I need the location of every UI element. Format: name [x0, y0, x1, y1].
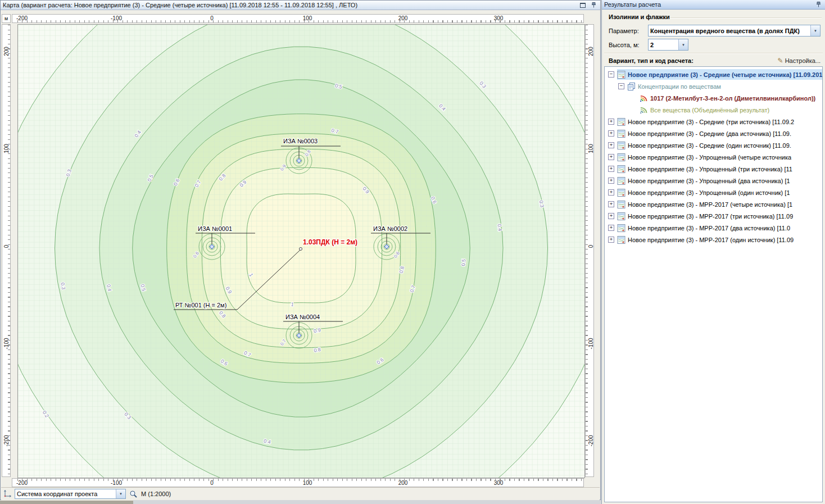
tree-item-content: Новое предприятие (3) - Средние (три ист… [617, 116, 822, 127]
restore-button[interactable] [578, 2, 587, 9]
collapse-icon[interactable]: − [608, 71, 614, 78]
tree-item-content: Новое предприятие (3) - Средние (четыре … [617, 69, 822, 80]
chevron-down-icon: ▼ [810, 25, 820, 36]
collapsed-panel-strip[interactable] [0, 500, 133, 504]
pin-button[interactable] [589, 2, 598, 9]
contour-label: 0.4 [263, 438, 271, 445]
contour-label: 0.5 [460, 259, 466, 266]
expand-icon[interactable]: + [608, 201, 614, 207]
tree-item[interactable]: +Новое предприятие (3) - Средние (один и… [605, 139, 822, 151]
tree-item-label: Новое предприятие (3) - МРР-2017 (два ис… [628, 225, 790, 231]
variant-icon [617, 165, 625, 173]
variant-icon [617, 201, 625, 208]
variant-icon [617, 189, 625, 197]
map-window-title: Карта (вариант расчета: Новое предприяти… [3, 2, 577, 8]
ruler-label: 0 [3, 240, 10, 253]
expand-icon[interactable]: + [608, 119, 614, 125]
height-select[interactable]: 2 ▼ [648, 39, 688, 51]
results-panel-titlebar: Результаты расчета [602, 0, 825, 10]
expand-icon[interactable]: + [608, 225, 614, 231]
tree-item[interactable]: −Концентрации по веществам [605, 80, 822, 92]
coordinate-system-value: Система координат проекта [15, 491, 116, 497]
calc-point-marker[interactable] [300, 248, 302, 251]
ruler-label: -200 [16, 15, 28, 21]
tree-item-label: Все вещества (Объединённый результат) [650, 107, 769, 113]
settings-link[interactable]: ✎ Настройка... [778, 57, 821, 64]
tree-item-content: Новое предприятие (3) - Упрощенный (три … [617, 164, 822, 174]
tree-item-content: Новое предприятие (3) - Средние (один ис… [617, 140, 822, 151]
map-statusbar: Система координат проекта ▼ М (1:2000) [1, 487, 600, 500]
tree-item[interactable]: +Новое предприятие (3) - МРР-2017 (два и… [605, 222, 822, 234]
tree-item[interactable]: −Новое предприятие (3) - Средние (четыре… [605, 69, 822, 80]
tree-item[interactable]: Все вещества (Объединённый результат) [605, 104, 822, 116]
map-window: Карта (вариант расчета: Новое предприяти… [0, 0, 601, 500]
tree-item-label: Новое предприятие (3) - Упрощенный (четы… [628, 154, 791, 161]
tree-item-content: Все вещества (Объединённый результат) [640, 105, 822, 115]
coordinate-system-icon [3, 490, 11, 498]
expand-icon[interactable]: + [608, 237, 614, 243]
ruler-label: 100 [3, 142, 10, 156]
tree-item[interactable]: +Новое предприятие (3) - Упрощенный (три… [605, 163, 822, 175]
ruler-label: 200 [398, 15, 408, 21]
ruler-label: -100 [588, 337, 594, 351]
map-canvas[interactable]: 0.20.30.30.30.30.30.40.40.40.40.40.50.50… [17, 24, 585, 478]
contour-label: 0.4 [496, 224, 502, 231]
tree-item-label: Новое предприятие (3) - МРР-2017 (один и… [628, 237, 794, 243]
tree-item[interactable]: +Новое предприятие (3) - Упрощенный (два… [605, 175, 822, 187]
variant-icon [617, 130, 625, 138]
expand-icon[interactable]: + [608, 189, 614, 196]
ruler-label: -100 [111, 480, 122, 486]
app-root: Карта (вариант расчета: Новое предприяти… [0, 0, 825, 504]
ruler-label: 0 [210, 15, 214, 21]
results-panel-title: Результаты расчета [604, 1, 812, 8]
ruler-top: -200-1000100200300 [12, 14, 584, 23]
ruler-label: 0 [588, 240, 594, 253]
height-row: Высота, м: 2 ▼ [609, 39, 821, 51]
results-panel: Результаты расчета Изолинии и флажки Пар… [601, 0, 825, 504]
tree-item-content: Новое предприятие (3) - МРР-2017 (четыре… [617, 199, 822, 210]
contour-label: 0.3 [60, 282, 66, 290]
tree-item[interactable]: +Новое предприятие (3) - Упрощенный (оди… [605, 187, 822, 198]
ruler-label: 200 [398, 480, 408, 486]
coordinate-system-select[interactable]: Система координат проекта ▼ [15, 489, 126, 499]
max-concentration-label: 1.03ПДК (Н = 2м) [303, 238, 357, 246]
sheets-icon [627, 83, 636, 90]
variant-icon [617, 224, 625, 232]
expand-icon[interactable]: + [608, 178, 614, 184]
expand-icon[interactable]: + [608, 154, 614, 160]
variant-icon [617, 71, 625, 79]
expand-icon[interactable]: + [608, 142, 614, 148]
tree-item-content: 1017 (2-Метилбут-3-ен-2-ол (Диметилвинил… [640, 93, 822, 103]
tree-item-content: Новое предприятие (3) - Упрощенный (два … [617, 175, 822, 186]
tree-item[interactable]: 1017 (2-Метилбут-3-ен-2-ол (Диметилвинил… [605, 92, 822, 104]
source-label: ИЗА №0004 [285, 314, 320, 320]
pin-icon [815, 1, 822, 8]
ruler-label: -100 [111, 15, 122, 21]
tree-item-label: Новое предприятие (3) - Средние (один ис… [628, 142, 791, 149]
tree-item-label: Новое предприятие (3) - Средние (три ист… [628, 119, 794, 125]
variant-icon [617, 236, 625, 244]
pin-button[interactable] [814, 1, 823, 8]
pencil-icon: ✎ [778, 58, 783, 63]
tree-item[interactable]: +Новое предприятие (3) - МРР-2017 (один … [605, 234, 822, 246]
tree-item[interactable]: +Новое предприятие (3) - МРР-2017 (три и… [605, 210, 822, 222]
parameter-label: Параметр: [609, 28, 648, 34]
variant-icon [617, 212, 625, 220]
tree-item[interactable]: +Новое предприятие (3) - Средние (три ис… [605, 116, 822, 128]
tree-item[interactable]: +Новое предприятие (3) - МРР-2017 (четыр… [605, 198, 822, 210]
expand-icon[interactable]: + [608, 166, 614, 172]
expand-icon[interactable]: + [608, 130, 614, 137]
tree-item-content: Новое предприятие (3) - МРР-2017 (три ис… [617, 211, 822, 221]
variant-section-label: Вариант, тип и код расчета: [609, 57, 778, 64]
ruler-left: 2001000-100-200 [2, 24, 11, 477]
expand-icon[interactable]: + [608, 213, 614, 219]
ruler-label: -200 [3, 434, 10, 448]
contour-label: 0.8 [314, 347, 321, 353]
tree-item[interactable]: +Новое предприятие (3) - Средние (два ис… [605, 128, 822, 139]
tree-item[interactable]: +Новое предприятие (3) - Упрощенный (чет… [605, 151, 822, 163]
group-divider [670, 17, 822, 19]
calc-point-label: РТ №001 (Н = 2м) [175, 302, 226, 308]
collapse-icon[interactable]: − [618, 83, 624, 89]
parameter-select[interactable]: Концентрация вредного вещества (в долях … [648, 25, 821, 37]
variant-icon [617, 153, 625, 161]
